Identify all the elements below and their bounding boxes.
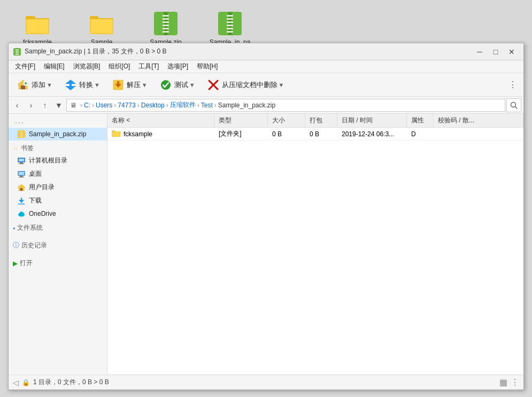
row-size: 0 B [272,130,282,138]
tools-menu[interactable]: 工具[T] [134,61,163,72]
delete-button[interactable]: 从压缩文档中删除 ▼ [202,76,289,94]
sidebar-downloads[interactable]: 下载 [9,194,107,207]
col-packed-header[interactable]: 打包 [305,114,337,127]
test-label: 测试 [174,80,188,90]
search-icon [510,101,518,110]
edit-menu[interactable]: 编辑[E] [40,61,69,72]
col-attr-label: 属性 [411,116,424,125]
menu-bar: 文件[F] 编辑[E] 浏览器[B] 组织[O] 工具[T] 选项[P] 帮助[… [9,60,523,73]
convert-dropdown-icon[interactable]: ▼ [94,82,100,88]
row-checksum-cell [434,128,523,140]
content-area: ··· Sample_in_pack.zip [9,114,523,375]
test-button[interactable]: 测试 ▼ [155,76,200,94]
status-more-icon[interactable]: ⋮ [511,377,519,387]
sidebar-home[interactable]: 用户目录 [9,181,107,194]
toolbar-more-icon[interactable]: ⋮ [505,80,520,90]
col-date-header[interactable]: 日期 / 时间 [337,114,407,127]
svg-rect-9 [91,19,112,33]
dropdown-button[interactable]: ▼ [52,99,65,112]
folder-icon-sample [89,11,114,36]
svg-rect-39 [25,83,27,83]
add-label: 添加 [32,80,45,90]
bc-software[interactable]: 压缩软件 [170,100,196,110]
svg-rect-27 [227,28,233,29]
cloud-icon [17,209,26,218]
row-packed: 0 B [310,130,319,138]
sidebar-archive-item[interactable]: Sample_in_pack.zip [9,128,107,141]
forward-button[interactable]: › [25,99,37,112]
status-lock-icon: 🔒 [22,379,30,386]
svg-marker-41 [65,86,76,90]
browser-menu[interactable]: 浏览器[B] [69,61,105,72]
svg-rect-28 [227,31,233,33]
up-button[interactable]: ↑ [38,99,51,112]
archive-icon [17,130,26,138]
col-name-header[interactable]: 名称 < [107,114,214,127]
col-type-header[interactable]: 类型 [214,114,268,127]
svg-rect-32 [16,51,19,52]
svg-rect-16 [163,21,169,23]
organize-menu[interactable]: 组织[O] [104,61,134,72]
bc-user[interactable]: 74773 [118,102,135,109]
svg-rect-56 [20,136,23,137]
status-grid-icon[interactable]: ▦ [499,377,507,387]
add-button[interactable]: 添加 ▼ [12,76,57,94]
history-section: ⓘ 历史记录 [9,238,107,251]
file-menu[interactable]: 文件[F] [11,61,40,72]
toolbar: 添加 ▼ 转换 ▼ [9,73,523,97]
sidebar-more[interactable]: ··· [9,117,107,128]
window-title: Sample_in_pack.zip | 1 目录，35 文件，0 B > 0 … [25,47,472,56]
svg-rect-26 [227,25,233,26]
sidebar-computer[interactable]: 计算机根目录 [9,154,107,167]
close-button[interactable]: ✕ [504,46,519,58]
zip-icon-sample-in-pack [217,11,243,36]
bc-c[interactable]: C: [84,102,90,109]
options-menu[interactable]: 选项[P] [163,61,192,72]
add-icon [17,79,29,91]
delete-dropdown-icon[interactable]: ▼ [279,82,284,88]
col-checksum-header[interactable]: 校验码 / 散... [434,114,523,127]
sidebar-onedrive[interactable]: OneDrive [9,207,107,220]
extract-dropdown-icon[interactable]: ▼ [142,82,148,88]
svg-marker-40 [65,80,76,84]
address-bar: ‹ › ↑ ▼ 🖥 › C: › Users › 74773 › Desktop… [9,97,523,114]
table-row[interactable]: fcksample [文件夹] 0 B 0 B 2019-12-24 06:3.… [107,128,523,141]
filesystem-icon: ▪ [13,224,15,232]
col-size-header[interactable]: 大小 [268,114,305,127]
archive-label: Sample_in_pack.zip [29,130,86,138]
test-dropdown-icon[interactable]: ▼ [189,82,195,88]
file-list: 名称 < 类型 大小 打包 日期 / 时间 属性 [107,114,523,375]
status-nav-back[interactable]: ◁ [13,378,19,387]
test-icon [159,79,172,91]
minimize-button[interactable]: ─ [472,46,487,58]
svg-rect-64 [19,177,24,177]
add-dropdown-icon[interactable]: ▼ [47,82,52,88]
row-date: 2019-12-24 06:3... [342,130,394,138]
back-button[interactable]: ‹ [11,99,24,112]
col-packed-label: 打包 [310,116,322,125]
bc-test[interactable]: Test [201,102,213,109]
status-bar: ◁ 🔒 1 目录，0 文件，0 B > 0 B ▦ ⋮ [9,375,523,390]
svg-rect-68 [21,198,22,201]
onedrive-label: OneDrive [29,210,56,217]
convert-button[interactable]: 转换 ▼ [59,76,105,94]
sidebar-desktop[interactable]: 桌面 [9,167,107,181]
svg-rect-34 [16,54,19,55]
svg-rect-17 [163,25,169,26]
star-icon: ☆ [13,145,19,152]
extract-button[interactable]: 解压 ▼ [107,76,152,94]
row-packed-cell: 0 B [305,128,337,140]
col-attr-header[interactable]: 属性 [407,114,434,127]
col-size-label: 大小 [272,116,285,125]
help-menu[interactable]: 帮助[H] [192,61,222,72]
bc-users[interactable]: Users [96,102,112,109]
row-size-cell: 0 B [268,128,305,140]
svg-rect-54 [20,133,23,134]
search-button[interactable] [506,98,521,112]
status-left: ◁ 🔒 1 目录，0 文件，0 B > 0 B [13,378,499,387]
downloads-label: 下载 [29,196,42,205]
svg-rect-69 [18,204,25,205]
bc-desktop[interactable]: Desktop [141,102,165,109]
maximize-button[interactable]: □ [488,46,503,58]
main-window: Sample_in_pack.zip | 1 目录，35 文件，0 B > 0 … [8,43,524,390]
